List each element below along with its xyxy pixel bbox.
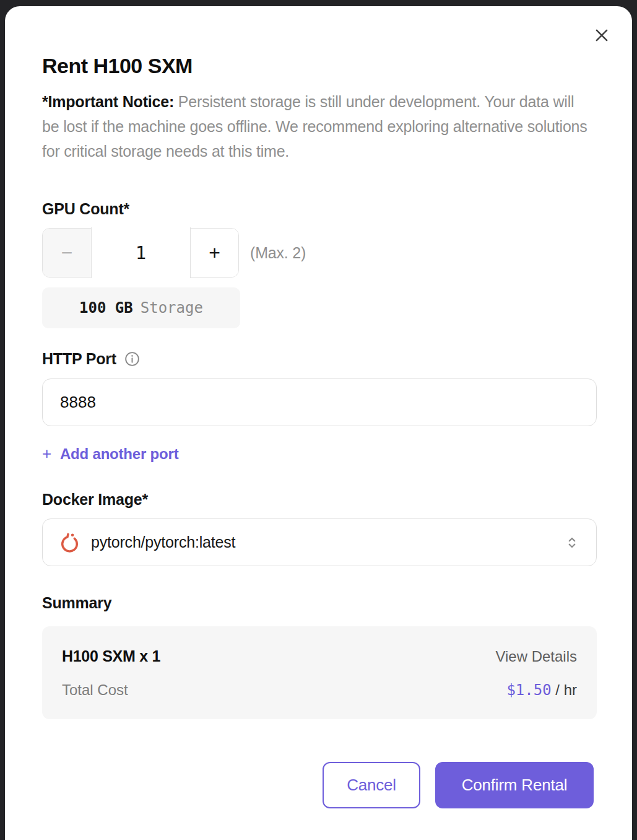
gpu-count-value[interactable]: 1	[91, 227, 191, 278]
add-another-port-label: Add another port	[60, 445, 178, 463]
price-value: $1.50	[506, 681, 551, 699]
http-port-input[interactable]	[42, 378, 597, 426]
close-icon	[592, 26, 611, 45]
pytorch-icon	[59, 532, 80, 553]
summary-item-row: H100 SXM x 1 View Details	[62, 647, 577, 665]
add-another-port-link[interactable]: + Add another port	[42, 444, 178, 463]
chevron-up-down-icon	[564, 535, 580, 551]
notice-bold-text: *Important Notice:	[42, 93, 174, 110]
cancel-button[interactable]: Cancel	[323, 762, 420, 808]
max-gpu-note: (Max. 2)	[250, 244, 306, 262]
docker-image-label: Docker Image*	[42, 490, 594, 509]
confirm-rental-button[interactable]: Confirm Rental	[435, 762, 594, 808]
gpu-count-row: − 1 + (Max. 2)	[42, 228, 594, 278]
docker-image-select[interactable]: pytorch/pytorch:latest	[42, 518, 597, 566]
view-details-link[interactable]: View Details	[495, 648, 577, 665]
price-unit: / hr	[552, 681, 577, 698]
rent-gpu-modal: Rent H100 SXM *Important Notice: Persist…	[5, 6, 632, 840]
http-port-label-row: HTTP Port	[42, 349, 594, 368]
page-title: Rent H100 SXM	[42, 53, 594, 78]
http-port-label: HTTP Port	[42, 349, 116, 368]
price-wrap: $1.50 / hr	[506, 681, 577, 699]
action-buttons-row: Cancel Confirm Rental	[42, 762, 594, 808]
total-cost-label: Total Cost	[62, 681, 128, 699]
summary-label: Summary	[42, 593, 594, 612]
docker-image-value: pytorch/pytorch:latest	[91, 533, 235, 551]
plus-icon: +	[42, 444, 51, 463]
summary-card: H100 SXM x 1 View Details Total Cost $1.…	[42, 626, 597, 719]
info-icon[interactable]	[124, 351, 141, 367]
storage-unit-label: Storage	[141, 299, 203, 317]
increment-button[interactable]: +	[191, 229, 238, 277]
summary-cost-row: Total Cost $1.50 / hr	[62, 681, 577, 699]
storage-badge: 100 GB Storage	[42, 287, 240, 328]
gpu-count-label: GPU Count*	[42, 199, 594, 218]
summary-item-name: H100 SXM x 1	[62, 647, 160, 665]
gpu-count-stepper: − 1 +	[42, 228, 239, 278]
decrement-button[interactable]: −	[43, 229, 91, 277]
important-notice: *Important Notice: Persistent storage is…	[42, 89, 594, 164]
close-button[interactable]	[591, 25, 612, 46]
storage-value: 100 GB	[79, 299, 133, 317]
